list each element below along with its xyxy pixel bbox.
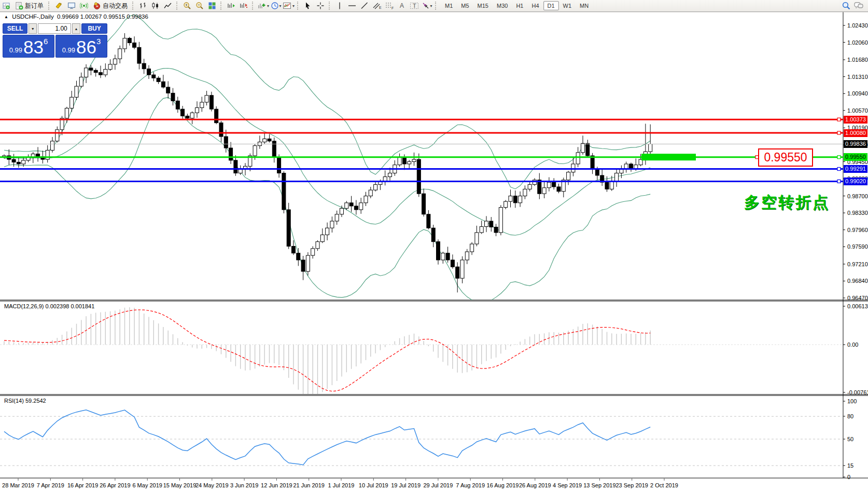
date-label: 13 Sep 2019 [583, 482, 615, 488]
timeframe-M5[interactable]: M5 [457, 1, 473, 10]
timeframe-H1[interactable]: H1 [512, 1, 527, 10]
date-label: 7 Aug 2019 [456, 482, 485, 488]
separator [48, 2, 51, 10]
svg-text:50: 50 [847, 436, 853, 442]
svg-text:T: T [413, 3, 416, 9]
date-label: 24 May 2019 [195, 482, 229, 488]
equidistant-channel-icon[interactable]: E [371, 0, 383, 11]
svg-text:1.01680: 1.01680 [847, 57, 868, 63]
zoom-out-icon[interactable] [193, 0, 206, 11]
line-chart-icon[interactable] [162, 0, 174, 11]
auto-trading-button[interactable]: 自动交易 [90, 0, 130, 11]
volume-increase-button[interactable]: ▲ [72, 23, 80, 34]
templates-icon[interactable]: ▾ [282, 0, 295, 11]
chart-annotation-text[interactable]: 多空转折点 [744, 192, 830, 213]
price-callout-box[interactable]: 0.99550 [758, 148, 813, 167]
terminal-icon[interactable] [65, 0, 78, 11]
buy-price-display[interactable]: 0.99863 [55, 35, 107, 58]
chart-ohlc: 0.99669 1.00267 0.99515 0.99836 [57, 13, 148, 20]
svg-text:F: F [391, 6, 394, 10]
horizontal-line-icon[interactable] [346, 0, 358, 11]
separator [435, 2, 438, 10]
chart-canvas[interactable]: 1.024301.020601.016801.013101.009401.005… [0, 0, 868, 491]
svg-text:1.01310: 1.01310 [847, 74, 868, 80]
date-label: 4 Sep 2019 [553, 482, 582, 488]
timeframe-M15[interactable]: M15 [473, 1, 493, 10]
chat-icon[interactable] [852, 0, 865, 11]
svg-text:0.97210: 0.97210 [847, 261, 868, 267]
bar-chart-icon[interactable] [137, 0, 149, 11]
periods-icon[interactable]: ▾ [270, 0, 282, 11]
timeframe-D1[interactable]: D1 [543, 1, 559, 10]
text-label-icon[interactable]: T [408, 0, 421, 11]
svg-text:100: 100 [847, 398, 857, 404]
timeframe-H4[interactable]: H4 [527, 1, 543, 10]
one-click-trading-panel: SELL ▼ 1.00 ▲ BUY 0.99836 0.99863 [3, 23, 107, 58]
date-label: 16 Aug 2019 [487, 482, 519, 488]
new-order-button[interactable]: 新订单 [12, 0, 46, 11]
date-label: 10 Jul 2019 [359, 482, 388, 488]
sell-price-display[interactable]: 0.99836 [3, 35, 54, 58]
arrows-icon[interactable]: ▾ [421, 0, 433, 11]
trendline-icon[interactable] [358, 0, 371, 11]
timeframe-M1[interactable]: M1 [441, 1, 457, 10]
search-icon[interactable] [840, 0, 852, 11]
date-label: 6 May 2019 [132, 482, 162, 488]
new-order-label: 新订单 [25, 2, 44, 10]
svg-text:0.96840: 0.96840 [847, 278, 868, 284]
svg-text:0.98700: 0.98700 [847, 193, 868, 199]
separator [176, 2, 179, 10]
crosshair-icon[interactable] [314, 0, 327, 11]
volume-decrease-button[interactable]: ▼ [29, 23, 37, 34]
cursor-icon[interactable] [302, 0, 314, 11]
separator [297, 2, 300, 10]
timeframe-MN[interactable]: MN [576, 1, 593, 10]
price-line-label: 1.00080 [844, 129, 867, 137]
collapse-triangle-icon[interactable]: ▲ [4, 15, 8, 19]
indicators-icon[interactable]: ▾ [257, 0, 270, 11]
signal-icon[interactable] [78, 0, 90, 11]
auto-trading-label: 自动交易 [103, 2, 128, 10]
auto-scroll-icon[interactable] [237, 0, 250, 11]
svg-text:1.00940: 1.00940 [847, 90, 868, 97]
tile-windows-icon[interactable] [206, 0, 218, 11]
timeframe-W1[interactable]: W1 [559, 1, 576, 10]
svg-text:0.97590: 0.97590 [847, 243, 868, 250]
buy-button[interactable]: BUY [81, 23, 107, 34]
separator [220, 2, 223, 10]
text-icon[interactable]: A [396, 0, 408, 11]
svg-text:1.02060: 1.02060 [847, 39, 868, 46]
svg-text:E: E [379, 6, 382, 9]
separator [132, 2, 135, 10]
vertical-line-icon[interactable] [333, 0, 346, 11]
svg-text:0.00613: 0.00613 [847, 303, 868, 309]
price-line-label: 0.99550 [844, 153, 867, 161]
svg-text:15: 15 [847, 462, 853, 469]
svg-text:80: 80 [847, 413, 853, 419]
separator [329, 2, 331, 10]
fibonacci-icon[interactable]: F [383, 0, 396, 11]
date-label: 7 Apr 2019 [37, 482, 64, 488]
auto-trading-icon [93, 2, 101, 10]
price-line-label: 0.99020 [844, 178, 867, 185]
new-order-icon [15, 2, 23, 10]
svg-text:0.97960: 0.97960 [847, 227, 868, 233]
candlestick-chart-icon[interactable] [149, 0, 162, 11]
date-label: 19 Jul 2019 [391, 482, 421, 488]
chart-symbol: USDCHF-,Daily [12, 13, 54, 20]
timeframe-M30[interactable]: M30 [493, 1, 512, 10]
date-label: 29 Jul 2019 [423, 482, 453, 488]
date-label: 23 Sep 2019 [615, 482, 648, 488]
gold-arrow-icon[interactable] [53, 0, 65, 11]
date-label: 15 May 2019 [163, 482, 197, 488]
svg-text:0: 0 [847, 474, 850, 480]
date-label: 1 Jul 2019 [328, 482, 355, 488]
new-chart-icon[interactable] [0, 0, 12, 11]
sell-button[interactable]: SELL [3, 23, 27, 34]
chart-shift-icon[interactable] [225, 0, 237, 11]
zoom-in-icon[interactable] [181, 0, 193, 11]
volume-field[interactable]: 1.00 [38, 23, 71, 34]
date-label: 28 Mar 2019 [2, 482, 34, 488]
date-label: 3 Jun 2019 [230, 482, 258, 488]
price-line-label: 0.99836 [844, 140, 867, 148]
